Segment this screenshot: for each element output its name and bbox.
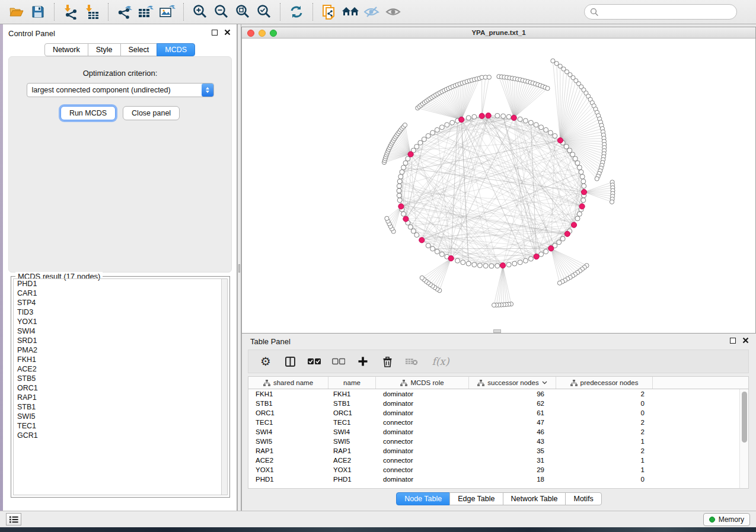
network-node[interactable]: [401, 211, 406, 216]
mcds-result-item[interactable]: YOX1: [14, 317, 227, 326]
tab-edge-table[interactable]: Edge Table: [449, 492, 503, 505]
add-column-button[interactable]: [356, 355, 369, 368]
network-node[interactable]: [582, 184, 586, 188]
network-node[interactable]: [528, 257, 533, 261]
network-node[interactable]: [580, 174, 585, 179]
select-stepper-icon[interactable]: [202, 84, 213, 97]
network-node[interactable]: [445, 123, 449, 127]
network-node[interactable]: [403, 161, 408, 165]
table-row[interactable]: STB1STB1dominator620: [248, 399, 748, 408]
import-network-button[interactable]: [62, 2, 79, 21]
network-hub-node[interactable]: [564, 231, 570, 236]
tab-style[interactable]: Style: [88, 43, 121, 56]
network-node[interactable]: [411, 229, 416, 233]
network-node[interactable]: [397, 188, 401, 193]
tab-select[interactable]: Select: [120, 43, 158, 56]
network-node[interactable]: [518, 117, 522, 121]
table-row[interactable]: PHD1PHD1dominator180: [248, 475, 748, 484]
network-hub-node[interactable]: [398, 204, 404, 209]
network-node[interactable]: [426, 243, 430, 248]
mcds-result-item[interactable]: SWI4: [14, 326, 227, 336]
apply-function-button[interactable]: f(x): [429, 355, 452, 368]
network-node[interactable]: [430, 130, 435, 135]
export-image-button[interactable]: [158, 2, 176, 21]
network-node[interactable]: [439, 252, 444, 257]
network-node[interactable]: [414, 144, 419, 149]
mcds-result-item[interactable]: ACE2: [14, 364, 227, 374]
scrollbar-thumb[interactable]: [742, 392, 747, 443]
network-node[interactable]: [501, 114, 506, 118]
network-node[interactable]: [548, 130, 553, 135]
network-node[interactable]: [557, 240, 562, 245]
network-node[interactable]: [455, 258, 460, 263]
criterion-select[interactable]: largest connected component (undirected): [27, 83, 214, 97]
network-node[interactable]: [435, 127, 439, 132]
network-node[interactable]: [492, 303, 496, 307]
network-hub-node[interactable]: [448, 256, 454, 261]
network-node[interactable]: [385, 216, 389, 220]
network-node[interactable]: [595, 177, 599, 181]
network-node[interactable]: [581, 179, 586, 184]
network-node[interactable]: [539, 252, 544, 257]
network-node[interactable]: [420, 275, 424, 280]
network-node[interactable]: [435, 249, 439, 254]
network-hub-node[interactable]: [419, 238, 425, 243]
network-node[interactable]: [564, 144, 569, 149]
delete-table-button[interactable]: [405, 355, 418, 368]
mcds-result-item[interactable]: RAP1: [14, 393, 227, 402]
network-node[interactable]: [557, 281, 562, 285]
close-panel-icon[interactable]: [224, 29, 231, 36]
export-network-button[interactable]: [116, 2, 133, 21]
network-node[interactable]: [461, 260, 465, 265]
network-node[interactable]: [495, 113, 500, 118]
network-node[interactable]: [401, 165, 406, 170]
network-node[interactable]: [551, 59, 555, 63]
table-row[interactable]: ACE2ACE2connector311: [248, 456, 748, 465]
network-node[interactable]: [506, 262, 511, 267]
float-table-panel-icon[interactable]: [730, 338, 736, 344]
mcds-result-item[interactable]: PHD1: [14, 279, 227, 289]
network-node[interactable]: [408, 225, 413, 229]
network-node[interactable]: [523, 258, 528, 263]
tab-node-table[interactable]: Node Table: [396, 492, 450, 505]
open-file-button[interactable]: [8, 2, 25, 21]
mcds-result-item[interactable]: SRD1: [14, 336, 227, 345]
column-header-predecessor-nodes[interactable]: predecessor nodes: [556, 377, 653, 389]
network-node[interactable]: [466, 116, 471, 120]
network-node[interactable]: [472, 114, 477, 119]
table-vertical-scrollbar[interactable]: [739, 389, 748, 488]
network-node[interactable]: [570, 152, 575, 157]
tab-network[interactable]: Network: [44, 43, 88, 56]
network-node[interactable]: [495, 264, 500, 268]
network-node[interactable]: [534, 123, 538, 127]
first-neighbors-button[interactable]: [342, 2, 359, 21]
window-close-icon[interactable]: [247, 30, 254, 37]
duplicate-network-button[interactable]: [320, 2, 338, 21]
network-node[interactable]: [414, 233, 419, 238]
show-columns-button[interactable]: [283, 355, 296, 368]
network-node[interactable]: [560, 236, 565, 241]
table-settings-button[interactable]: ⚙: [259, 355, 272, 368]
window-maximize-icon[interactable]: [270, 30, 277, 37]
network-hub-node[interactable]: [579, 204, 585, 209]
column-header-successor-nodes[interactable]: successor nodes: [469, 377, 556, 389]
network-node[interactable]: [472, 262, 477, 267]
network-hub-node[interactable]: [548, 246, 554, 251]
network-hub-node[interactable]: [486, 113, 491, 118]
network-node[interactable]: [439, 125, 444, 130]
mcds-result-item[interactable]: CAR1: [14, 289, 227, 298]
network-node[interactable]: [544, 249, 548, 254]
zoom-fit-button[interactable]: [234, 2, 251, 21]
network-node[interactable]: [579, 169, 583, 174]
mcds-result-item[interactable]: TID3: [14, 307, 227, 317]
network-node[interactable]: [400, 169, 404, 174]
import-table-button[interactable]: [83, 2, 101, 21]
vertical-splitter[interactable]: [237, 24, 241, 511]
network-node[interactable]: [610, 200, 614, 204]
network-node[interactable]: [544, 127, 548, 132]
network-window-titlebar[interactable]: YPA_prune.txt_1: [242, 27, 755, 39]
zoom-in-button[interactable]: [191, 2, 209, 21]
mcds-result-item[interactable]: ORC1: [14, 383, 227, 393]
network-hub-node[interactable]: [557, 137, 563, 143]
network-node[interactable]: [506, 114, 511, 119]
